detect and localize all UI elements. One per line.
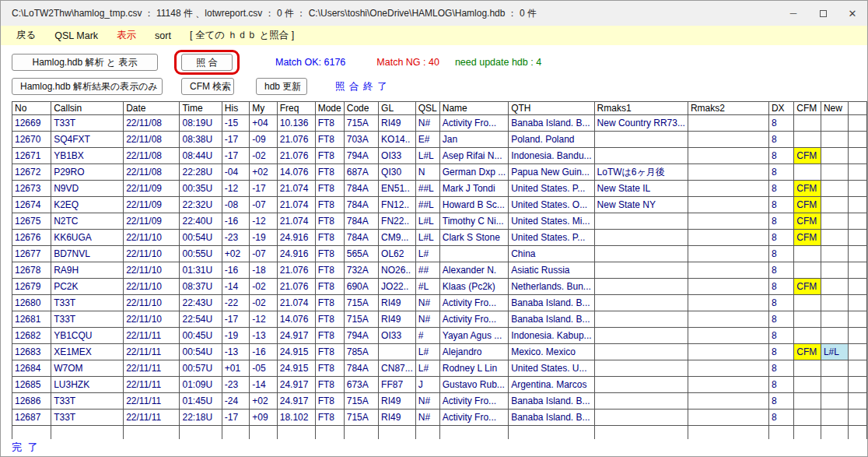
cell-new[interactable] (821, 230, 848, 246)
cell-rmaks2[interactable] (688, 295, 768, 311)
cell-rmaks2[interactable] (688, 148, 768, 164)
cell-no[interactable]: 12676 (12, 230, 51, 246)
cell-his[interactable]: +02 (222, 246, 249, 262)
column-header-name[interactable]: Name (439, 102, 508, 115)
hdb-update-button[interactable]: hdb 更新 (256, 78, 307, 95)
cell-freq[interactable]: 24.917 (277, 393, 315, 410)
cell-date[interactable]: 22/11/08 (124, 132, 180, 148)
cell-qth[interactable]: Netherlands. Bun... (509, 279, 594, 295)
cell-his[interactable]: -04 (222, 164, 249, 181)
cell-new[interactable] (821, 132, 848, 148)
cell-gl[interactable]: KO14.. (379, 132, 416, 148)
menu-item-display[interactable]: 表示 (107, 29, 145, 42)
cell-no[interactable]: 12678 (12, 262, 51, 279)
cell-qth[interactable]: United States. Mi... (509, 213, 594, 230)
cell-qsl[interactable]: N (415, 164, 439, 181)
cell-freq[interactable]: 21.074 (277, 213, 315, 230)
cell-my[interactable]: -19 (250, 230, 277, 246)
cell-freq[interactable]: 21.074 (277, 295, 315, 311)
cell-rmaks2[interactable] (688, 410, 768, 426)
cell-qth[interactable]: Banaba Island. B... (509, 295, 594, 311)
cell-no[interactable]: 12677 (12, 246, 51, 262)
cell-date[interactable]: 22/11/10 (124, 230, 180, 246)
cell-my[interactable]: -18 (250, 262, 277, 279)
cell-dx[interactable]: 8 (768, 360, 793, 377)
cell-gl[interactable]: OI33 (379, 148, 416, 164)
cell-date[interactable]: 22/11/08 (124, 115, 180, 132)
cell-cfm[interactable] (794, 132, 821, 148)
cell-dx[interactable]: 8 (768, 132, 793, 148)
cell-callsign[interactable]: N9VD (51, 181, 124, 197)
cell-date[interactable]: 22/11/08 (124, 164, 180, 181)
cell-rmaks2[interactable] (688, 197, 768, 213)
cell-freq[interactable] (277, 426, 315, 440)
cell-gl[interactable]: JO22.. (379, 279, 416, 295)
cell-his[interactable]: -19 (222, 328, 249, 344)
cell-dx[interactable]: 8 (768, 344, 793, 360)
cell-his[interactable]: -16 (222, 213, 249, 230)
cell-callsign[interactable]: RA9H (51, 262, 124, 279)
column-header-freq[interactable]: Freq (277, 102, 315, 115)
cell-rmaks1[interactable] (594, 360, 688, 377)
cell-gl[interactable]: EN51.. (379, 181, 416, 197)
cell-qsl[interactable]: L#L (415, 230, 439, 246)
cell-my[interactable] (250, 426, 277, 440)
cell-mode[interactable]: FT8 (315, 377, 344, 393)
cell-code[interactable]: 715A (344, 115, 378, 132)
cell-his[interactable]: -23 (222, 230, 249, 246)
cell-new[interactable] (821, 279, 848, 295)
cell-code[interactable] (344, 426, 378, 440)
cell-callsign[interactable]: K2EQ (51, 197, 124, 213)
cell-cfm[interactable] (794, 393, 821, 410)
cell-freq[interactable]: 24.917 (277, 377, 315, 393)
cell-mode[interactable]: FT8 (315, 230, 344, 246)
cell-qth[interactable]: United States. U... (509, 360, 594, 377)
cell-qsl[interactable]: L# (415, 246, 439, 262)
analyze-and-display-button[interactable]: Hamlog.hdb 解析 と 表示 (12, 54, 158, 71)
cell-rmaks1[interactable] (594, 393, 688, 410)
cell-callsign[interactable]: KK6UGA (51, 230, 124, 246)
cell-rmaks1[interactable] (594, 148, 688, 164)
cell-name[interactable]: Alejandro (439, 344, 508, 360)
cell-code[interactable]: 687A (344, 164, 378, 181)
cell-freq[interactable]: 18.102 (277, 410, 315, 426)
menu-item-back[interactable]: 戻る (7, 29, 45, 42)
cell-new[interactable] (821, 360, 848, 377)
cell-code[interactable]: 690A (344, 279, 378, 295)
cell-dx[interactable]: 8 (768, 246, 793, 262)
cell-his[interactable]: -23 (222, 377, 249, 393)
column-header-time[interactable]: Time (180, 102, 222, 115)
cell-date[interactable]: 22/11/10 (124, 246, 180, 262)
cell-callsign[interactable]: T33T (51, 115, 124, 132)
cell-dx[interactable]: 8 (768, 279, 793, 295)
cell-rmaks2[interactable] (688, 246, 768, 262)
cell-code[interactable]: 784A (344, 213, 378, 230)
cell-freq[interactable]: 21.076 (277, 148, 315, 164)
cell-no[interactable]: 12687 (12, 410, 51, 426)
cell-my[interactable]: +02 (250, 393, 277, 410)
cell-my[interactable]: -16 (250, 344, 277, 360)
cell-date[interactable]: 22/11/11 (124, 360, 180, 377)
cell-my[interactable]: -07 (250, 246, 277, 262)
cell-no[interactable]: 12670 (12, 132, 51, 148)
cell-qth[interactable]: Banaba Island. B... (509, 393, 594, 410)
cell-date[interactable]: 22/11/09 (124, 181, 180, 197)
cell-qth[interactable]: Indonesia. Bandu... (509, 148, 594, 164)
cell-name[interactable]: German Dxp ... (439, 164, 508, 181)
cell-name[interactable]: Howard B Sc... (439, 197, 508, 213)
cell-qth[interactable]: Papua New Guin... (509, 164, 594, 181)
cell-qsl[interactable]: L#L (415, 148, 439, 164)
cell-name[interactable]: Yayan Agus ... (439, 328, 508, 344)
cell-rmaks2[interactable] (688, 115, 768, 132)
cell-rmaks1[interactable] (594, 213, 688, 230)
cell-cfm[interactable]: CFM (794, 181, 821, 197)
cell-qsl[interactable]: N# (415, 410, 439, 426)
cell-new[interactable] (821, 197, 848, 213)
maximize-button[interactable] (808, 1, 838, 26)
menu-item-match-all-hdb[interactable]: [ 全ての ｈｄｂ と照合 ] (180, 29, 303, 42)
cell-mode[interactable]: FT8 (315, 246, 344, 262)
cell-callsign[interactable]: T33T (51, 393, 124, 410)
cell-no[interactable]: 12682 (12, 328, 51, 344)
cell-qth[interactable]: Asiatic Russia (509, 262, 594, 279)
cell-code[interactable]: 715A (344, 311, 378, 328)
